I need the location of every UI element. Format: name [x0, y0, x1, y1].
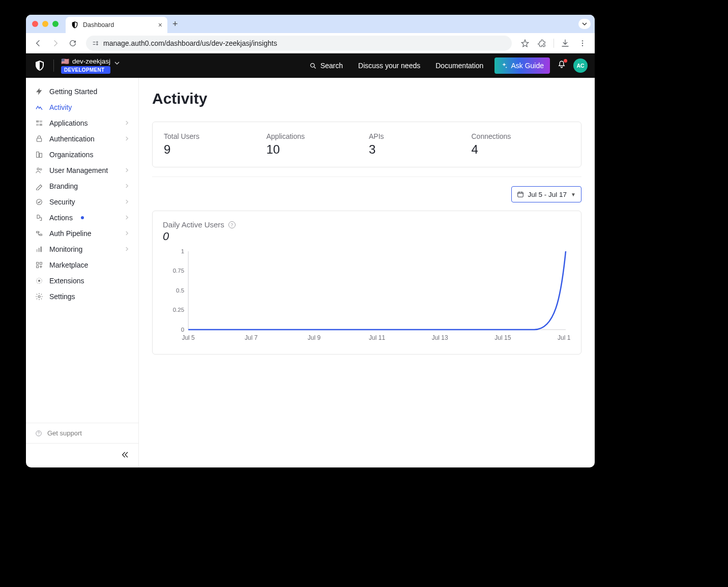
svg-point-15 — [37, 168, 39, 170]
sidebar-item-extensions[interactable]: Extensions — [26, 273, 138, 288]
svg-text:0.75: 0.75 — [173, 268, 184, 274]
search-icon — [309, 62, 317, 70]
sidebar-item-getting-started[interactable]: Getting Started — [26, 84, 138, 99]
nav-forward-button[interactable] — [48, 36, 63, 50]
window-close-button[interactable] — [32, 21, 38, 27]
new-tab-button[interactable]: + — [172, 19, 178, 30]
notification-dot — [564, 59, 567, 63]
sparkle-icon — [501, 62, 508, 69]
branding-icon — [35, 182, 43, 190]
search-button[interactable]: Search — [305, 62, 347, 70]
window-maximize-button[interactable] — [52, 21, 59, 27]
sidebar-item-branding[interactable]: Branding — [26, 179, 138, 193]
sidebar-item-settings[interactable]: Settings — [26, 289, 138, 304]
sidebar-item-applications[interactable]: Applications — [26, 115, 138, 130]
sidebar-item-actions[interactable]: Actions — [26, 210, 138, 225]
sidebar-item-activity[interactable]: Activity — [26, 100, 138, 114]
sidebar-item-label: Settings — [49, 292, 75, 301]
stat-block: Connections4 — [472, 132, 570, 157]
browser-tabstrip: Dashboard × + — [26, 15, 595, 33]
url-field[interactable]: manage.auth0.com/dashboard/us/dev-zeekja… — [86, 36, 512, 51]
nav-reload-button[interactable] — [66, 36, 80, 50]
tab-close-button[interactable]: × — [158, 21, 162, 29]
get-support-link[interactable]: Get support — [26, 423, 138, 443]
actions-icon — [35, 214, 43, 222]
sidebar-item-user-management[interactable]: User Management — [26, 163, 138, 178]
sidebar-item-organizations[interactable]: Organizations — [26, 147, 138, 162]
stat-value: 9 — [164, 142, 263, 157]
help-icon — [35, 430, 42, 437]
date-range-picker[interactable]: Jul 5 - Jul 17 ▼ — [511, 186, 581, 202]
auth-pipeline-icon — [35, 229, 43, 238]
organizations-icon — [35, 151, 43, 159]
marketplace-icon — [35, 261, 43, 269]
chevron-right-icon — [125, 230, 129, 237]
documentation-link[interactable]: Documentation — [431, 62, 487, 70]
svg-text:Jul 15: Jul 15 — [494, 334, 511, 341]
collapse-sidebar-button[interactable] — [121, 451, 129, 461]
auth0-logo[interactable] — [33, 59, 46, 72]
line-chart: 00.250.50.751Jul 5Jul 7Jul 9Jul 11Jul 13… — [163, 247, 571, 344]
chart-title: Daily Active Users — [163, 220, 224, 229]
svg-point-7 — [310, 63, 314, 67]
tab-title: Dashboard — [83, 21, 114, 28]
chevron-right-icon — [125, 183, 129, 189]
sidebar-item-label: Marketplace — [49, 261, 88, 269]
svg-point-3 — [97, 44, 98, 45]
sidebar-item-authentication[interactable]: Authentication — [26, 131, 138, 146]
sidebar-item-security[interactable]: Security — [26, 194, 138, 209]
downloads-button[interactable] — [558, 36, 572, 50]
chevron-right-icon — [125, 167, 129, 173]
applications-icon — [35, 119, 43, 127]
monitoring-icon — [35, 245, 43, 253]
svg-point-24 — [38, 280, 40, 282]
svg-text:0.25: 0.25 — [173, 307, 184, 313]
notifications-button[interactable] — [557, 60, 566, 71]
tenant-selector[interactable]: 🇺🇸 dev-zeekjasj DEVELOPMENT — [61, 57, 120, 74]
tenant-badge: DEVELOPMENT — [61, 66, 110, 74]
svg-text:Jul 7: Jul 7 — [245, 334, 258, 341]
window-minimize-button[interactable] — [42, 21, 48, 27]
svg-rect-8 — [36, 120, 39, 122]
date-range-label: Jul 5 - Jul 17 — [528, 191, 567, 198]
svg-text:1: 1 — [181, 248, 184, 254]
stat-label: Applications — [267, 132, 365, 140]
ask-guide-button[interactable]: Ask Guide — [494, 57, 550, 74]
sidebar-item-auth-pipeline[interactable]: Auth Pipeline — [26, 226, 138, 241]
stat-block: Applications10 — [267, 132, 365, 157]
svg-rect-21 — [37, 262, 39, 264]
extensions-icon — [35, 277, 43, 285]
dropdown-triangle-icon: ▼ — [571, 192, 576, 197]
svg-rect-13 — [37, 152, 39, 157]
user-management-icon — [35, 166, 43, 174]
stat-block: APIs3 — [369, 132, 468, 157]
chart-card: Daily Active Users ? 0 00.250.50.751Jul … — [152, 211, 581, 355]
info-icon[interactable]: ? — [228, 221, 236, 228]
tab-dropdown-button[interactable] — [578, 19, 591, 29]
sidebar-item-marketplace[interactable]: Marketplace — [26, 257, 138, 272]
sidebar: Getting StartedActivityApplicationsAuthe… — [26, 78, 139, 467]
chevron-right-icon — [125, 136, 129, 142]
authentication-icon — [35, 135, 43, 143]
svg-rect-12 — [37, 138, 41, 141]
svg-rect-0 — [93, 42, 96, 42]
activity-icon — [35, 103, 43, 111]
chart-total: 0 — [163, 230, 571, 243]
app-header: 🇺🇸 dev-zeekjasj DEVELOPMENT Search Discu… — [26, 53, 595, 78]
svg-point-6 — [582, 45, 583, 46]
user-avatar[interactable]: AC — [573, 58, 588, 73]
stat-value: 3 — [369, 142, 468, 157]
sidebar-item-monitoring[interactable]: Monitoring — [26, 242, 138, 256]
search-label: Search — [321, 62, 343, 70]
browser-menu-button[interactable] — [575, 36, 590, 50]
stat-label: APIs — [369, 132, 468, 140]
extensions-button[interactable] — [535, 36, 549, 50]
discuss-link[interactable]: Discuss your needs — [354, 62, 424, 70]
nav-back-button[interactable] — [31, 36, 45, 50]
indicator-dot — [81, 216, 84, 219]
svg-rect-19 — [39, 248, 40, 252]
svg-rect-28 — [517, 192, 523, 197]
bookmark-star-button[interactable] — [518, 36, 532, 50]
browser-tab[interactable]: Dashboard × — [66, 17, 167, 33]
chevron-right-icon — [125, 120, 129, 126]
